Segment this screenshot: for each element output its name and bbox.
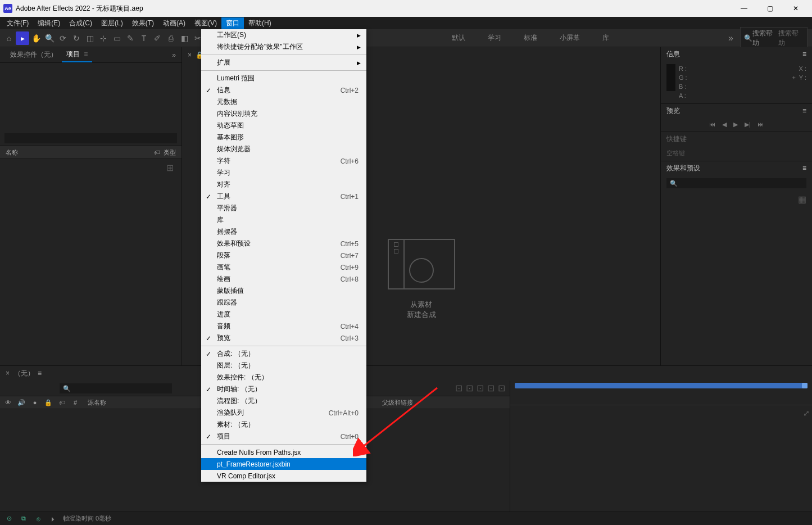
fx-controls-tab[interactable]: 效果控件（无） bbox=[6, 48, 62, 62]
new-comp-placeholder[interactable]: 从素材 新建合成 bbox=[388, 239, 455, 320]
menu-item[interactable]: 摇摆器 bbox=[201, 226, 366, 238]
help-search-input[interactable]: 🔍 搜索帮助 搜索帮助 bbox=[740, 27, 808, 49]
menu-edit[interactable]: 编辑(E) bbox=[33, 17, 65, 29]
workspace-learn[interactable]: 学习 bbox=[488, 33, 501, 43]
tl-opt-icon[interactable]: ⊡ bbox=[477, 383, 484, 393]
parent-link-column[interactable]: 父级和链接 bbox=[382, 399, 413, 407]
tl-opt-icon[interactable]: ⊡ bbox=[455, 383, 462, 393]
home-tool-icon[interactable]: ⌂ bbox=[2, 31, 16, 45]
expand-panel-icon[interactable]: ⤢ bbox=[803, 409, 810, 418]
project-search-input[interactable] bbox=[4, 133, 177, 143]
pen-tool-icon[interactable]: ✎ bbox=[124, 31, 137, 45]
prev-frame-icon[interactable]: ◀ bbox=[722, 121, 727, 128]
timeline-tab-label[interactable]: （无） bbox=[14, 369, 34, 378]
clone-tool-icon[interactable]: ⎙ bbox=[164, 31, 178, 45]
menu-item[interactable]: 跟踪器 bbox=[201, 297, 366, 309]
lock-column-icon[interactable]: 🔒 bbox=[44, 399, 53, 406]
preview-panel-title[interactable]: 预览 bbox=[666, 106, 680, 116]
solo-column-icon[interactable]: ● bbox=[30, 399, 39, 406]
menu-item[interactable]: 动态草图 bbox=[201, 120, 366, 132]
panel-menu-icon[interactable]: ≡ bbox=[802, 50, 806, 58]
status-icon[interactable]: ⊙ bbox=[4, 515, 13, 522]
menu-help[interactable]: 帮助(H) bbox=[244, 17, 276, 29]
menu-window[interactable]: 窗口 bbox=[221, 17, 244, 29]
menu-layer[interactable]: 图层(L) bbox=[97, 17, 128, 29]
workspace-standard[interactable]: 标准 bbox=[524, 33, 537, 43]
next-frame-icon[interactable]: ▶| bbox=[745, 121, 751, 128]
minimize-button[interactable]: — bbox=[731, 0, 757, 17]
tag-icon[interactable]: 🏷 bbox=[154, 149, 160, 156]
menu-effect[interactable]: 效果(T) bbox=[128, 17, 158, 29]
eraser-tool-icon[interactable]: ◧ bbox=[178, 31, 191, 45]
menu-item[interactable]: ✓时间轴: （无） bbox=[201, 383, 366, 395]
fx-preset-search-input[interactable] bbox=[666, 178, 806, 188]
timeline-track-area[interactable]: ⤢ bbox=[510, 381, 812, 512]
menu-item[interactable]: Lumetri 范围 bbox=[201, 73, 366, 84]
menu-item[interactable]: 绘画Ctrl+8 bbox=[201, 273, 366, 285]
tl-opt-icon[interactable]: ⊡ bbox=[466, 383, 473, 393]
menu-item[interactable]: 音频Ctrl+4 bbox=[201, 320, 366, 332]
eye-column-icon[interactable]: 👁 bbox=[3, 399, 12, 406]
time-ruler[interactable] bbox=[510, 392, 812, 405]
timeline-search-input[interactable] bbox=[60, 383, 172, 393]
new-bin-icon[interactable]: ▦ bbox=[661, 192, 812, 207]
rotate-tool-icon[interactable]: ↻ bbox=[70, 31, 83, 45]
hand-tool-icon[interactable]: ✋ bbox=[29, 31, 43, 45]
tl-opt-icon[interactable]: ⊡ bbox=[498, 383, 505, 393]
menu-item[interactable]: 平滑器 bbox=[201, 202, 366, 214]
tl-opt-icon[interactable]: ⊡ bbox=[487, 383, 495, 393]
zoom-tool-icon[interactable]: 🔍 bbox=[43, 31, 56, 45]
selection-tool-icon[interactable]: ▸ bbox=[16, 31, 29, 45]
menu-item[interactable]: 效果和预设Ctrl+5 bbox=[201, 238, 366, 250]
maximize-button[interactable]: ▢ bbox=[757, 0, 783, 17]
col-type[interactable]: 类型 bbox=[164, 148, 176, 157]
workspace-default[interactable]: 默认 bbox=[452, 33, 465, 43]
status-icon[interactable]: ⎋ bbox=[34, 515, 43, 522]
fx-preset-panel-title[interactable]: 效果和预设 bbox=[666, 164, 700, 173]
menu-item[interactable]: 流程图: （无） bbox=[201, 395, 366, 407]
menu-composition[interactable]: 合成(C) bbox=[65, 17, 97, 29]
play-icon[interactable]: ▶ bbox=[733, 121, 738, 128]
menu-item[interactable]: 图层: （无） bbox=[201, 360, 366, 372]
menu-item[interactable]: 段落Ctrl+7 bbox=[201, 250, 366, 261]
menu-item[interactable]: 效果控件: （无） bbox=[201, 372, 366, 383]
menu-item[interactable]: ✓预览Ctrl+3 bbox=[201, 332, 366, 344]
menu-item[interactable]: 内容识别填充 bbox=[201, 108, 366, 120]
menu-item[interactable]: 渲染队列Ctrl+Alt+0 bbox=[201, 407, 366, 419]
project-hierarchy-icon[interactable]: ⊞ bbox=[0, 159, 182, 176]
source-name-column[interactable]: 源名称 bbox=[88, 399, 200, 407]
audio-column-icon[interactable]: 🔊 bbox=[17, 399, 26, 406]
menu-item[interactable]: 画笔Ctrl+9 bbox=[201, 261, 366, 273]
menu-item[interactable]: 库 bbox=[201, 214, 366, 226]
camera-tool-icon[interactable]: ◫ bbox=[83, 31, 97, 45]
text-tool-icon[interactable]: T bbox=[137, 31, 151, 45]
menu-item[interactable]: ✓工具Ctrl+1 bbox=[201, 191, 366, 202]
shape-tool-icon[interactable]: ▭ bbox=[110, 31, 124, 45]
menu-item[interactable]: 元数据 bbox=[201, 96, 366, 108]
menu-item[interactable]: 将快捷键分配给"效果"工作区▶ bbox=[201, 41, 366, 53]
menu-item[interactable]: 对齐 bbox=[201, 179, 366, 191]
menu-item[interactable]: 素材: （无） bbox=[201, 419, 366, 431]
orbit-tool-icon[interactable]: ⟳ bbox=[56, 31, 70, 45]
info-panel-title[interactable]: 信息 bbox=[666, 49, 680, 59]
menu-item[interactable]: 基本图形 bbox=[201, 132, 366, 143]
menu-animation[interactable]: 动画(A) bbox=[158, 17, 190, 29]
project-tab[interactable]: 项目 ≡ bbox=[62, 47, 92, 62]
label-column-icon[interactable]: 🏷 bbox=[57, 399, 66, 406]
brush-tool-icon[interactable]: ✐ bbox=[151, 31, 164, 45]
timeline-tab-close-icon[interactable]: × bbox=[6, 369, 10, 377]
menu-item[interactable]: 媒体浏览器 bbox=[201, 143, 366, 155]
status-icon[interactable]: ⧉ bbox=[19, 515, 28, 522]
menu-item[interactable]: 工作区(S)▶ bbox=[201, 29, 366, 41]
menu-item[interactable]: 学习 bbox=[201, 167, 366, 179]
menu-item[interactable]: 蒙版插值 bbox=[201, 285, 366, 297]
workspace-small[interactable]: 小屏幕 bbox=[560, 33, 580, 43]
project-column-header[interactable]: 名称 🏷 类型 bbox=[0, 146, 182, 159]
index-column[interactable]: # bbox=[71, 399, 80, 406]
menu-item[interactable]: VR Comp Editor.jsx bbox=[201, 470, 366, 482]
menu-item[interactable]: 进度 bbox=[201, 309, 366, 320]
close-button[interactable]: ✕ bbox=[783, 0, 809, 17]
col-name[interactable]: 名称 bbox=[6, 148, 101, 157]
menu-view[interactable]: 视图(V) bbox=[190, 17, 221, 29]
menu-item[interactable]: 扩展▶ bbox=[201, 57, 366, 69]
